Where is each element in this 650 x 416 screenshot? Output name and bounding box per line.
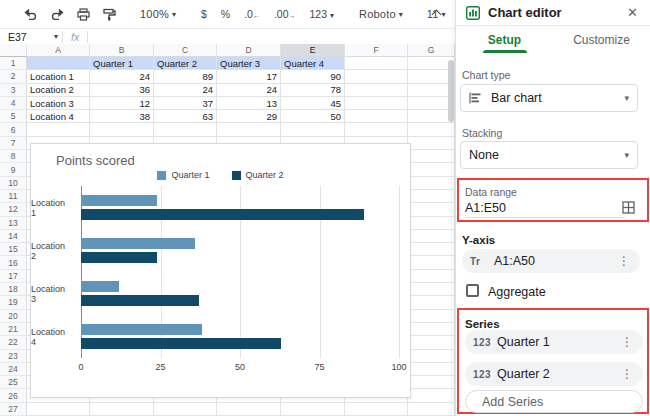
cell-G13[interactable] (408, 217, 455, 230)
cell-F3[interactable] (345, 84, 408, 97)
series-chip-quarter-1[interactable]: 123Quarter 1⋮ (465, 330, 643, 354)
cell-D6[interactable] (217, 123, 281, 136)
row-header-21[interactable]: 21 (0, 323, 27, 336)
embedded-chart[interactable]: Points scored Quarter 1Quarter 2 Locatio… (30, 143, 411, 398)
cell-A27[interactable] (27, 403, 90, 416)
cell-B1[interactable]: Quarter 1 (90, 57, 154, 70)
cell-E1[interactable]: Quarter 4 (281, 57, 345, 70)
more-options-icon[interactable]: ⋮ (619, 367, 635, 381)
row-header-12[interactable]: 12 (0, 203, 27, 216)
cell-A3[interactable]: Location 2 (27, 84, 90, 97)
cell-G27[interactable] (408, 403, 455, 416)
cell-C1[interactable]: Quarter 2 (154, 57, 217, 70)
cell-D4[interactable]: 13 (217, 97, 281, 110)
cell-G16[interactable] (408, 256, 455, 269)
cell-F2[interactable] (345, 70, 408, 83)
cell-G10[interactable] (408, 177, 455, 190)
row-header-18[interactable]: 18 (0, 283, 27, 296)
cell-B27[interactable] (90, 403, 154, 416)
cell-G14[interactable] (408, 230, 455, 243)
row-header-22[interactable]: 22 (0, 336, 27, 349)
select-range-grid-icon[interactable] (622, 201, 635, 214)
cell-G26[interactable] (408, 389, 455, 402)
tab-setup[interactable]: Setup (456, 27, 553, 53)
collapse-toolbar-icon[interactable] (432, 9, 441, 18)
row-header-14[interactable]: 14 (0, 230, 27, 243)
cell-G11[interactable] (408, 190, 455, 203)
row-header-16[interactable]: 16 (0, 256, 27, 269)
cell-C4[interactable]: 37 (154, 97, 217, 110)
row-header-10[interactable]: 10 (0, 177, 27, 190)
aggregate-checkbox[interactable] (466, 284, 479, 297)
cell-A4[interactable]: Location 3 (27, 97, 90, 110)
cell-A5[interactable]: Location 4 (27, 110, 90, 123)
cell-G7[interactable] (408, 137, 455, 150)
cell-B4[interactable]: 12 (90, 97, 154, 110)
cell-B2[interactable]: 24 (90, 70, 154, 83)
paint-format-icon[interactable] (98, 3, 120, 25)
more-options-icon[interactable]: ⋮ (619, 335, 635, 349)
cell-E2[interactable]: 90 (281, 70, 345, 83)
cell-D3[interactable]: 24 (217, 84, 281, 97)
cell-D5[interactable]: 29 (217, 110, 281, 123)
increase-decimal-button[interactable]: .00→ (269, 8, 301, 20)
cell-G17[interactable] (408, 270, 455, 283)
row-header-7[interactable]: 7 (0, 137, 27, 150)
add-series-button[interactable]: Add Series (465, 390, 643, 413)
cell-A2[interactable]: Location 1 (27, 70, 90, 83)
cell-G22[interactable] (408, 336, 455, 349)
cell-F1[interactable] (345, 57, 408, 70)
cell-C3[interactable]: 24 (154, 84, 217, 97)
chart-type-dropdown[interactable]: Bar chart ▾ (460, 84, 638, 112)
cell-E5[interactable]: 50 (281, 110, 345, 123)
column-header-d[interactable]: D (217, 44, 281, 57)
cell-G24[interactable] (408, 363, 455, 376)
cell-C27[interactable] (154, 403, 217, 416)
redo-icon[interactable] (46, 3, 68, 25)
row-header-8[interactable]: 8 (0, 150, 27, 163)
cell-D27[interactable] (217, 403, 281, 416)
decrease-decimal-button[interactable]: .0← (239, 8, 265, 20)
cell-G15[interactable] (408, 243, 455, 256)
cell-B5[interactable]: 38 (90, 110, 154, 123)
row-header-17[interactable]: 17 (0, 270, 27, 283)
data-range-input[interactable]: A1:E50 (465, 201, 506, 215)
cell-G20[interactable] (408, 310, 455, 323)
column-header-a[interactable]: A (27, 44, 90, 57)
cell-C6[interactable] (154, 123, 217, 136)
stacking-dropdown[interactable]: None ▾ (460, 141, 638, 169)
column-header-g[interactable]: G (408, 44, 455, 57)
row-header-5[interactable]: 5 (0, 110, 27, 123)
cell-F4[interactable] (345, 97, 408, 110)
row-header-25[interactable]: 25 (0, 376, 27, 389)
cell-E4[interactable]: 45 (281, 97, 345, 110)
select-all-corner[interactable] (0, 44, 27, 57)
format-currency-button[interactable]: $ (196, 8, 212, 20)
cell-G18[interactable] (408, 283, 455, 296)
column-header-e[interactable]: E (281, 44, 345, 57)
cell-G19[interactable] (408, 296, 455, 309)
cell-G25[interactable] (408, 376, 455, 389)
row-header-24[interactable]: 24 (0, 363, 27, 376)
cell-G23[interactable] (408, 350, 455, 363)
row-header-2[interactable]: 2 (0, 70, 27, 83)
row-header-3[interactable]: 3 (0, 84, 27, 97)
cell-C5[interactable]: 63 (154, 110, 217, 123)
cell-B3[interactable]: 36 (90, 84, 154, 97)
cell-F6[interactable] (345, 123, 408, 136)
cell-G6[interactable] (408, 123, 455, 136)
series-chip-quarter-2[interactable]: 123Quarter 2⋮ (465, 362, 643, 386)
row-header-26[interactable]: 26 (0, 389, 27, 402)
more-formats-button[interactable]: 123▾ (305, 8, 340, 20)
more-options-icon[interactable]: ⋮ (616, 254, 632, 268)
format-percent-button[interactable]: % (216, 8, 235, 20)
row-header-9[interactable]: 9 (0, 163, 27, 176)
zoom-select[interactable]: 100% ▾ (136, 3, 180, 25)
cell-G9[interactable] (408, 163, 455, 176)
cell-E27[interactable] (281, 403, 345, 416)
vertical-scrollbar[interactable] (448, 60, 454, 122)
row-header-23[interactable]: 23 (0, 350, 27, 363)
font-select[interactable]: Roboto ▾ (355, 3, 407, 25)
row-header-27[interactable]: 27 (0, 403, 27, 416)
row-header-19[interactable]: 19 (0, 296, 27, 309)
